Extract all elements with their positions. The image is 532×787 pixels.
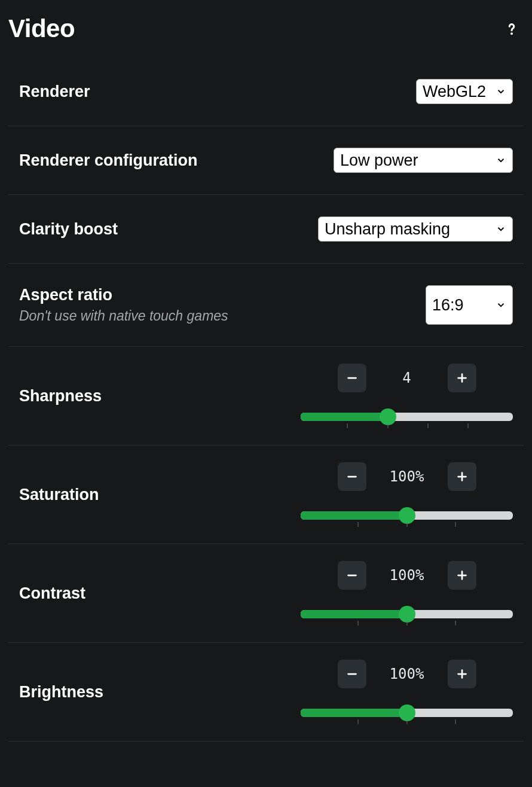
page-title: Video <box>8 14 75 43</box>
minus-icon <box>346 371 359 385</box>
minus-icon <box>346 470 359 483</box>
chevron-down-icon <box>496 86 506 97</box>
chevron-down-icon <box>496 300 506 310</box>
sharpness-value: 4 <box>378 370 436 386</box>
renderer-config-label: Renderer configuration <box>19 151 198 170</box>
renderer-select-value: WebGL2 <box>423 83 486 101</box>
brightness-value: 100% <box>378 666 436 682</box>
sharpness-row: Sharpness 4 <box>8 347 524 446</box>
sharpness-slider-thumb[interactable] <box>380 408 396 425</box>
plus-icon <box>455 667 469 681</box>
renderer-config-row: Renderer configuration Low power <box>8 126 524 195</box>
contrast-label: Contrast <box>19 584 85 603</box>
clarity-boost-select[interactable]: Unsharp masking <box>318 216 513 242</box>
plus-icon <box>455 371 469 385</box>
saturation-slider-thumb[interactable] <box>399 507 415 524</box>
clarity-boost-select-value: Unsharp masking <box>325 220 450 239</box>
sharpness-decrement-button[interactable] <box>338 364 366 392</box>
renderer-config-select[interactable]: Low power <box>334 148 513 173</box>
aspect-ratio-row: Aspect ratio Don't use with native touch… <box>8 264 524 347</box>
saturation-row: Saturation 100% <box>8 446 524 544</box>
saturation-increment-button[interactable] <box>448 462 476 491</box>
minus-icon <box>346 667 359 681</box>
plus-icon <box>455 569 469 582</box>
renderer-config-select-value: Low power <box>340 151 418 170</box>
question-icon <box>503 20 521 38</box>
contrast-decrement-button[interactable] <box>338 561 366 590</box>
minus-icon <box>346 569 359 582</box>
plus-icon <box>455 470 469 483</box>
contrast-row: Contrast 100% <box>8 544 524 643</box>
saturation-label: Saturation <box>19 486 99 504</box>
contrast-slider[interactable] <box>301 606 513 626</box>
saturation-decrement-button[interactable] <box>338 462 366 491</box>
brightness-slider[interactable] <box>301 705 513 724</box>
brightness-increment-button[interactable] <box>448 660 476 688</box>
saturation-slider[interactable] <box>301 508 513 527</box>
brightness-decrement-button[interactable] <box>338 660 366 688</box>
renderer-label: Renderer <box>19 83 90 101</box>
sharpness-increment-button[interactable] <box>448 364 476 392</box>
saturation-value: 100% <box>378 468 436 485</box>
chevron-down-icon <box>496 155 506 166</box>
contrast-slider-thumb[interactable] <box>399 606 415 623</box>
brightness-slider-thumb[interactable] <box>399 704 415 721</box>
renderer-select[interactable]: WebGL2 <box>416 79 513 104</box>
aspect-ratio-sublabel: Don't use with native touch games <box>19 308 228 324</box>
clarity-boost-row: Clarity boost Unsharp masking <box>8 195 524 264</box>
contrast-increment-button[interactable] <box>448 561 476 590</box>
sharpness-label: Sharpness <box>19 387 102 405</box>
svg-point-0 <box>510 32 513 35</box>
renderer-row: Renderer WebGL2 <box>8 57 524 126</box>
contrast-value: 100% <box>378 567 436 584</box>
aspect-ratio-select[interactable]: 16:9 <box>426 285 513 325</box>
clarity-boost-label: Clarity boost <box>19 220 118 239</box>
sharpness-slider[interactable] <box>301 409 513 428</box>
aspect-ratio-label: Aspect ratio <box>19 286 228 304</box>
help-button[interactable] <box>500 17 524 41</box>
aspect-ratio-select-value: 16:9 <box>432 296 464 315</box>
brightness-label: Brightness <box>19 683 103 701</box>
brightness-row: Brightness 100% <box>8 643 524 742</box>
chevron-down-icon <box>496 224 506 234</box>
